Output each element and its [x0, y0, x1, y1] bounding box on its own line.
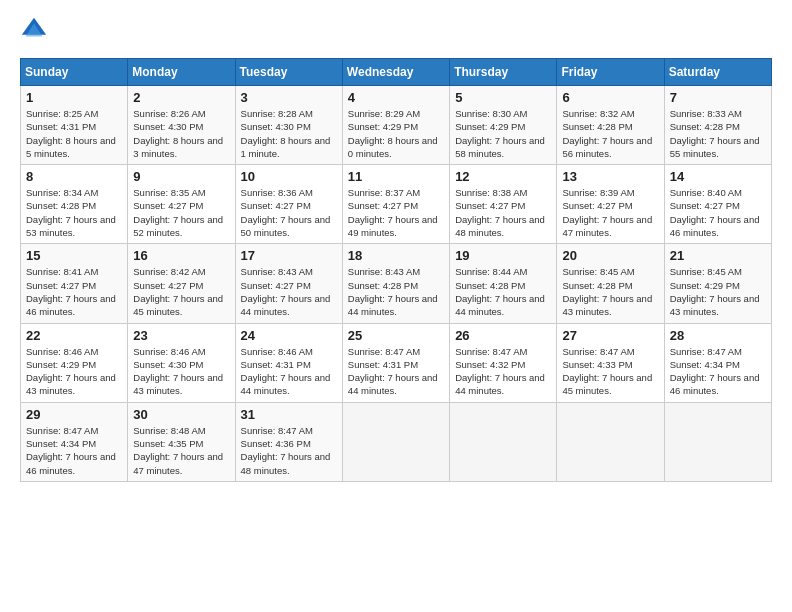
day-number: 17 [241, 248, 337, 263]
calendar-week-5: 29Sunrise: 8:47 AMSunset: 4:34 PMDayligh… [21, 402, 772, 481]
day-info: Sunrise: 8:43 AMSunset: 4:28 PMDaylight:… [348, 265, 444, 318]
day-number: 7 [670, 90, 766, 105]
day-info: Sunrise: 8:44 AMSunset: 4:28 PMDaylight:… [455, 265, 551, 318]
day-info: Sunrise: 8:47 AMSunset: 4:31 PMDaylight:… [348, 345, 444, 398]
day-number: 19 [455, 248, 551, 263]
col-header-monday: Monday [128, 59, 235, 86]
calendar-cell [664, 402, 771, 481]
day-info: Sunrise: 8:47 AMSunset: 4:33 PMDaylight:… [562, 345, 658, 398]
day-number: 4 [348, 90, 444, 105]
calendar-cell: 27Sunrise: 8:47 AMSunset: 4:33 PMDayligh… [557, 323, 664, 402]
day-number: 10 [241, 169, 337, 184]
calendar-cell: 14Sunrise: 8:40 AMSunset: 4:27 PMDayligh… [664, 165, 771, 244]
page-header [20, 16, 772, 48]
calendar-cell: 11Sunrise: 8:37 AMSunset: 4:27 PMDayligh… [342, 165, 449, 244]
calendar-cell: 31Sunrise: 8:47 AMSunset: 4:36 PMDayligh… [235, 402, 342, 481]
col-header-thursday: Thursday [450, 59, 557, 86]
calendar-cell: 22Sunrise: 8:46 AMSunset: 4:29 PMDayligh… [21, 323, 128, 402]
day-number: 11 [348, 169, 444, 184]
calendar-cell: 1Sunrise: 8:25 AMSunset: 4:31 PMDaylight… [21, 86, 128, 165]
calendar-cell: 9Sunrise: 8:35 AMSunset: 4:27 PMDaylight… [128, 165, 235, 244]
day-number: 12 [455, 169, 551, 184]
day-info: Sunrise: 8:47 AMSunset: 4:36 PMDaylight:… [241, 424, 337, 477]
day-number: 28 [670, 328, 766, 343]
day-number: 14 [670, 169, 766, 184]
day-number: 30 [133, 407, 229, 422]
day-number: 1 [26, 90, 122, 105]
day-number: 9 [133, 169, 229, 184]
day-number: 26 [455, 328, 551, 343]
calendar-cell: 16Sunrise: 8:42 AMSunset: 4:27 PMDayligh… [128, 244, 235, 323]
col-header-tuesday: Tuesday [235, 59, 342, 86]
day-info: Sunrise: 8:40 AMSunset: 4:27 PMDaylight:… [670, 186, 766, 239]
day-info: Sunrise: 8:28 AMSunset: 4:30 PMDaylight:… [241, 107, 337, 160]
day-info: Sunrise: 8:45 AMSunset: 4:29 PMDaylight:… [670, 265, 766, 318]
col-header-saturday: Saturday [664, 59, 771, 86]
calendar-cell: 17Sunrise: 8:43 AMSunset: 4:27 PMDayligh… [235, 244, 342, 323]
calendar-cell [450, 402, 557, 481]
day-info: Sunrise: 8:33 AMSunset: 4:28 PMDaylight:… [670, 107, 766, 160]
day-number: 16 [133, 248, 229, 263]
calendar-cell [557, 402, 664, 481]
calendar-cell: 7Sunrise: 8:33 AMSunset: 4:28 PMDaylight… [664, 86, 771, 165]
day-info: Sunrise: 8:30 AMSunset: 4:29 PMDaylight:… [455, 107, 551, 160]
logo-icon [20, 16, 48, 48]
calendar-cell: 4Sunrise: 8:29 AMSunset: 4:29 PMDaylight… [342, 86, 449, 165]
day-number: 5 [455, 90, 551, 105]
day-number: 22 [26, 328, 122, 343]
day-number: 31 [241, 407, 337, 422]
calendar-cell: 20Sunrise: 8:45 AMSunset: 4:28 PMDayligh… [557, 244, 664, 323]
calendar-cell: 28Sunrise: 8:47 AMSunset: 4:34 PMDayligh… [664, 323, 771, 402]
day-number: 21 [670, 248, 766, 263]
day-info: Sunrise: 8:47 AMSunset: 4:32 PMDaylight:… [455, 345, 551, 398]
calendar-table: SundayMondayTuesdayWednesdayThursdayFrid… [20, 58, 772, 482]
calendar-cell: 6Sunrise: 8:32 AMSunset: 4:28 PMDaylight… [557, 86, 664, 165]
calendar-cell: 19Sunrise: 8:44 AMSunset: 4:28 PMDayligh… [450, 244, 557, 323]
calendar-cell: 2Sunrise: 8:26 AMSunset: 4:30 PMDaylight… [128, 86, 235, 165]
calendar-cell: 21Sunrise: 8:45 AMSunset: 4:29 PMDayligh… [664, 244, 771, 323]
day-number: 20 [562, 248, 658, 263]
day-info: Sunrise: 8:45 AMSunset: 4:28 PMDaylight:… [562, 265, 658, 318]
calendar-week-2: 8Sunrise: 8:34 AMSunset: 4:28 PMDaylight… [21, 165, 772, 244]
calendar-cell [342, 402, 449, 481]
col-header-sunday: Sunday [21, 59, 128, 86]
day-info: Sunrise: 8:48 AMSunset: 4:35 PMDaylight:… [133, 424, 229, 477]
day-info: Sunrise: 8:37 AMSunset: 4:27 PMDaylight:… [348, 186, 444, 239]
day-info: Sunrise: 8:26 AMSunset: 4:30 PMDaylight:… [133, 107, 229, 160]
calendar-cell: 29Sunrise: 8:47 AMSunset: 4:34 PMDayligh… [21, 402, 128, 481]
calendar-cell: 30Sunrise: 8:48 AMSunset: 4:35 PMDayligh… [128, 402, 235, 481]
calendar-cell: 25Sunrise: 8:47 AMSunset: 4:31 PMDayligh… [342, 323, 449, 402]
calendar-cell: 8Sunrise: 8:34 AMSunset: 4:28 PMDaylight… [21, 165, 128, 244]
day-info: Sunrise: 8:29 AMSunset: 4:29 PMDaylight:… [348, 107, 444, 160]
day-info: Sunrise: 8:43 AMSunset: 4:27 PMDaylight:… [241, 265, 337, 318]
calendar-cell: 24Sunrise: 8:46 AMSunset: 4:31 PMDayligh… [235, 323, 342, 402]
day-info: Sunrise: 8:46 AMSunset: 4:29 PMDaylight:… [26, 345, 122, 398]
calendar-cell: 10Sunrise: 8:36 AMSunset: 4:27 PMDayligh… [235, 165, 342, 244]
calendar-cell: 12Sunrise: 8:38 AMSunset: 4:27 PMDayligh… [450, 165, 557, 244]
day-info: Sunrise: 8:38 AMSunset: 4:27 PMDaylight:… [455, 186, 551, 239]
calendar-cell: 3Sunrise: 8:28 AMSunset: 4:30 PMDaylight… [235, 86, 342, 165]
day-number: 24 [241, 328, 337, 343]
calendar-cell: 15Sunrise: 8:41 AMSunset: 4:27 PMDayligh… [21, 244, 128, 323]
day-number: 29 [26, 407, 122, 422]
calendar-cell: 18Sunrise: 8:43 AMSunset: 4:28 PMDayligh… [342, 244, 449, 323]
day-info: Sunrise: 8:25 AMSunset: 4:31 PMDaylight:… [26, 107, 122, 160]
col-header-wednesday: Wednesday [342, 59, 449, 86]
day-number: 15 [26, 248, 122, 263]
day-info: Sunrise: 8:47 AMSunset: 4:34 PMDaylight:… [670, 345, 766, 398]
calendar-week-1: 1Sunrise: 8:25 AMSunset: 4:31 PMDaylight… [21, 86, 772, 165]
logo [20, 16, 52, 48]
day-number: 6 [562, 90, 658, 105]
day-info: Sunrise: 8:36 AMSunset: 4:27 PMDaylight:… [241, 186, 337, 239]
day-number: 3 [241, 90, 337, 105]
day-info: Sunrise: 8:42 AMSunset: 4:27 PMDaylight:… [133, 265, 229, 318]
day-number: 27 [562, 328, 658, 343]
calendar-cell: 26Sunrise: 8:47 AMSunset: 4:32 PMDayligh… [450, 323, 557, 402]
calendar-cell: 23Sunrise: 8:46 AMSunset: 4:30 PMDayligh… [128, 323, 235, 402]
day-info: Sunrise: 8:41 AMSunset: 4:27 PMDaylight:… [26, 265, 122, 318]
calendar-cell: 13Sunrise: 8:39 AMSunset: 4:27 PMDayligh… [557, 165, 664, 244]
day-info: Sunrise: 8:32 AMSunset: 4:28 PMDaylight:… [562, 107, 658, 160]
day-info: Sunrise: 8:34 AMSunset: 4:28 PMDaylight:… [26, 186, 122, 239]
calendar-week-3: 15Sunrise: 8:41 AMSunset: 4:27 PMDayligh… [21, 244, 772, 323]
day-info: Sunrise: 8:47 AMSunset: 4:34 PMDaylight:… [26, 424, 122, 477]
